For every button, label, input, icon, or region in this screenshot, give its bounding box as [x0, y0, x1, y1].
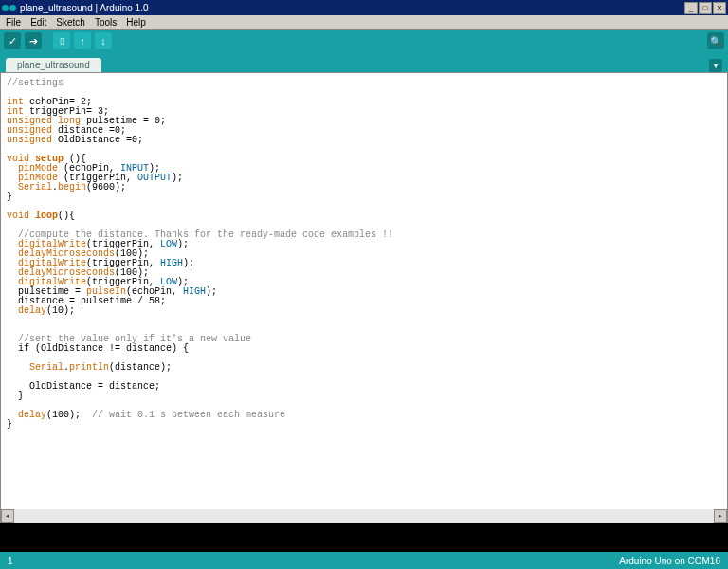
status-board-port: Arduino Uno on COM16	[619, 556, 720, 566]
tab-sketch[interactable]: plane_ultrasound	[6, 58, 101, 72]
file-icon: ▯	[60, 36, 64, 46]
menu-help[interactable]: Help	[126, 17, 146, 28]
menu-sketch[interactable]: Sketch	[56, 17, 85, 28]
arrow-right-icon: ➔	[29, 35, 38, 47]
menu-file[interactable]: File	[6, 17, 21, 28]
toolbar: ✓ ➔ ▯ ↑ ↓ 🔍	[0, 30, 728, 51]
scroll-right-button[interactable]: ▸	[714, 509, 727, 523]
code-editor[interactable]: //settings int echoPin= 2; int triggerPi…	[1, 73, 727, 509]
upload-button[interactable]: ➔	[25, 32, 42, 49]
window-title: plane_ultrasound | Arduino 1.0	[20, 3, 148, 13]
close-button[interactable]: X	[713, 2, 726, 14]
tab-strip: plane_ultrasound ▾	[0, 51, 728, 72]
check-icon: ✓	[9, 35, 17, 47]
serial-monitor-button[interactable]: 🔍	[707, 32, 724, 49]
horizontal-scrollbar[interactable]: ◂ ▸	[1, 509, 727, 523]
magnifier-icon: 🔍	[710, 36, 721, 46]
console-output	[0, 523, 728, 552]
verify-button[interactable]: ✓	[4, 32, 21, 49]
arduino-app-icon	[2, 5, 16, 11]
open-button[interactable]: ↑	[74, 32, 91, 49]
arrow-up-icon: ↑	[80, 35, 85, 46]
menu-edit[interactable]: Edit	[30, 17, 46, 28]
scroll-left-button[interactable]: ◂	[1, 509, 14, 523]
minimize-button[interactable]: _	[684, 2, 698, 14]
save-button[interactable]: ↓	[95, 32, 112, 49]
window-title-bar: plane_ultrasound | Arduino 1.0 _ □ X	[0, 0, 728, 15]
new-button[interactable]: ▯	[53, 32, 70, 49]
status-bar: 1 Arduino Uno on COM16	[0, 552, 728, 569]
menu-bar: File Edit Sketch Tools Help	[0, 15, 728, 30]
menu-tools[interactable]: Tools	[95, 17, 117, 28]
status-line-number: 1	[8, 556, 13, 566]
arrow-down-icon: ↓	[100, 35, 106, 46]
maximize-button[interactable]: □	[699, 2, 712, 14]
chevron-down-icon: ▾	[714, 62, 718, 70]
tab-menu-button[interactable]: ▾	[709, 59, 722, 72]
editor-area: //settings int echoPin= 2; int triggerPi…	[0, 72, 728, 523]
